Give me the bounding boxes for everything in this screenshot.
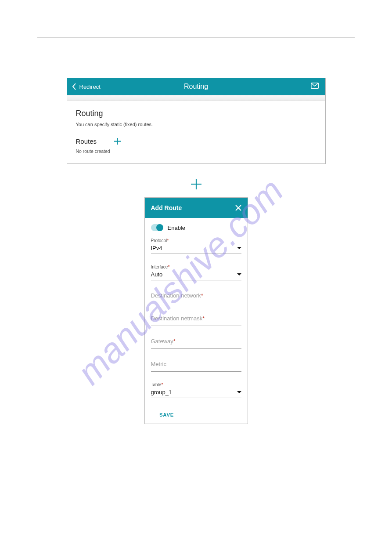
interface-field[interactable]: Interface* Auto	[151, 265, 241, 280]
required-marker: *	[202, 315, 205, 322]
table-select[interactable]: group_1	[151, 387, 241, 398]
gateway-field[interactable]: Gateway*	[151, 337, 241, 349]
table-field[interactable]: Table* group_1	[151, 382, 241, 398]
table-label-text: Table	[151, 382, 162, 387]
add-route-dialog: Add Route Enable Protocol* IPv4 Interfac…	[144, 197, 248, 424]
routes-header-row: Routes	[76, 138, 316, 145]
interface-label: Interface*	[151, 265, 241, 269]
center-plus-wrap	[0, 179, 392, 191]
top-rule	[37, 37, 355, 37]
add-route-dialog-title: Add Route	[151, 204, 182, 211]
close-icon[interactable]	[235, 205, 241, 211]
caret-down-icon	[237, 273, 241, 276]
panel-gradient-divider	[67, 95, 325, 101]
protocol-field[interactable]: Protocol* IPv4	[151, 238, 241, 254]
protocol-select[interactable]: IPv4	[151, 243, 241, 254]
required-marker: *	[161, 382, 163, 387]
destination-network-field[interactable]: Destination network*	[151, 291, 241, 303]
add-route-dialog-header: Add Route	[145, 198, 248, 218]
metric-field[interactable]: Metric	[151, 359, 241, 372]
caret-down-icon	[237, 247, 241, 249]
toggle-knob	[156, 224, 163, 231]
required-marker: *	[173, 338, 176, 345]
back-button[interactable]: Redirect	[72, 83, 101, 90]
required-marker: *	[168, 265, 169, 269]
required-marker: *	[201, 292, 203, 299]
protocol-label: Protocol*	[151, 238, 241, 243]
add-route-dialog-body: Enable Protocol* IPv4 Interface* Auto De…	[145, 218, 248, 424]
enable-row: Enable	[151, 224, 241, 231]
mail-icon[interactable]	[311, 83, 319, 89]
protocol-value: IPv4	[151, 245, 162, 251]
metric-placeholder: Metric	[151, 361, 166, 367]
protocol-label-text: Protocol	[151, 238, 167, 243]
routing-section-desc: You can specify static (fixed) routes.	[76, 122, 316, 127]
no-route-text: No route created	[76, 149, 316, 154]
interface-label-text: Interface	[151, 265, 168, 269]
back-label: Redirect	[79, 83, 101, 90]
add-route-big-icon[interactable]	[191, 179, 201, 189]
interface-select[interactable]: Auto	[151, 269, 241, 280]
save-button[interactable]: SAVE	[157, 412, 176, 418]
destination-netmask-placeholder: Destination netmask*	[151, 315, 205, 322]
routing-panel-body: Routing You can specify static (fixed) r…	[67, 101, 325, 163]
table-value: group_1	[151, 389, 172, 395]
routing-header-title: Routing	[67, 83, 325, 91]
destination-netmask-field[interactable]: Destination netmask*	[151, 314, 241, 326]
caret-down-icon	[237, 391, 241, 393]
add-route-small-icon[interactable]	[114, 138, 121, 145]
routes-label: Routes	[76, 138, 97, 145]
enable-label: Enable	[168, 225, 185, 231]
destination-network-placeholder: Destination network*	[151, 292, 203, 299]
interface-value: Auto	[151, 271, 163, 278]
gateway-placeholder: Gateway*	[151, 338, 176, 345]
enable-toggle[interactable]	[151, 224, 163, 231]
routing-panel: Redirect Routing Routing You can specify…	[67, 78, 326, 164]
routing-panel-header: Redirect Routing	[67, 78, 325, 95]
chevron-left-icon	[72, 83, 76, 90]
table-label: Table*	[151, 382, 241, 387]
required-marker: *	[167, 238, 169, 243]
routing-section-title: Routing	[76, 109, 316, 118]
save-row: SAVE	[154, 407, 180, 424]
